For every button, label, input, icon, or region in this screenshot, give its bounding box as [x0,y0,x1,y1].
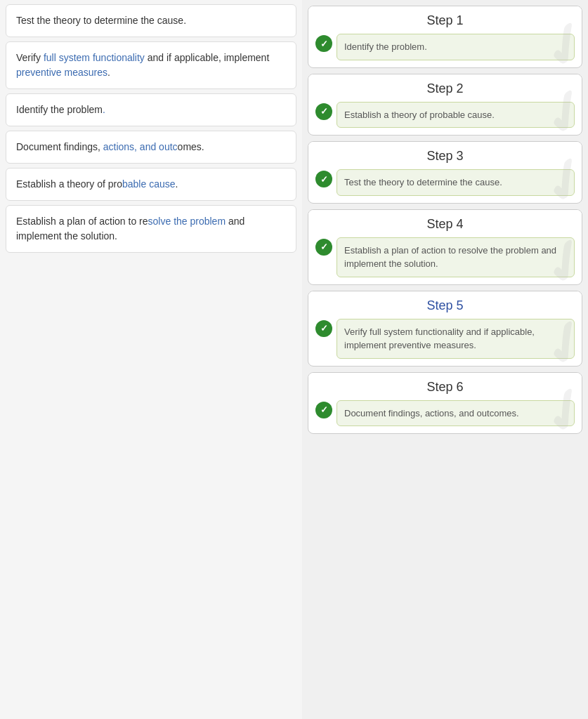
step-5-title: Step 5 [308,291,582,319]
step-4-body: Establish a plan of action to resolve th… [337,237,575,277]
step-4-content: Establish a plan of action to resolve th… [344,245,556,270]
step-6-check-row: ✓ Document findings, actions, and outcom… [315,400,575,427]
left-item-1[interactable]: Test the theory to determine the cause. [6,4,296,37]
left-item-5[interactable]: Establish a theory of probable cause. [6,168,296,201]
step-2-check-icon: ✓ [315,103,332,120]
step-3-content: Test the theory to determine the cause. [344,177,502,187]
left-panel: Test the theory to determine the cause. … [0,0,302,719]
right-panel: Step 1 ✓ Identify the problem. ✓ Step 2 … [302,0,588,719]
step-4-title: Step 4 [308,210,582,237]
left-item-2-text: Verify full system functionality and if … [16,52,269,78]
step-card-2: Step 2 ✓ Establish a theory of probable … [308,74,582,136]
step-1-check-icon: ✓ [315,35,332,52]
step-3-body: Test the theory to determine the cause. [337,169,575,196]
step-card-4: Step 4 ✓ Establish a plan of action to r… [308,209,582,285]
step-5-check-icon: ✓ [315,320,332,337]
left-item-3-text: Identify the problem. [16,104,105,115]
step-6-body: Document findings, actions, and outcomes… [337,400,575,427]
step-3-title: Step 3 [308,142,582,169]
step-card-6: Step 6 ✓ Document findings, actions, and… [308,372,582,435]
left-item-4[interactable]: Document findings, actions, and outcomes… [6,131,296,164]
step-6-check-icon: ✓ [315,402,332,418]
left-item-2[interactable]: Verify full system functionality and if … [6,41,296,89]
step-3-check-icon: ✓ [315,171,332,187]
step-6-title: Step 6 [308,373,582,400]
left-item-6[interactable]: Establish a plan of action to resolve th… [6,205,296,253]
left-item-3[interactable]: Identify the problem. [6,93,296,126]
step-1-title: Step 1 [308,6,582,34]
step-2-title: Step 2 [308,74,582,102]
step-card-5: Step 5 ✓ Verify full system functionalit… [308,291,582,367]
step-5-check-row: ✓ Verify full system functionality and i… [315,319,575,359]
step-card-3: Step 3 ✓ Test the theory to determine th… [308,141,582,204]
step-card-1: Step 1 ✓ Identify the problem. ✓ [308,6,582,68]
step-4-check-row: ✓ Establish a plan of action to resolve … [315,237,575,277]
step-1-check-row: ✓ Identify the problem. [315,34,575,60]
step-5-body: Verify full system functionality and if … [337,319,575,359]
step-4-check-icon: ✓ [315,239,332,256]
step-2-check-row: ✓ Establish a theory of probable cause. [315,102,575,128]
left-item-6-text: Establish a plan of action to resolve th… [16,216,244,242]
left-item-4-text: Document findings, actions, and outcomes… [16,141,204,152]
step-5-content: Verify full system functionality and if … [344,326,535,351]
step-3-check-row: ✓ Test the theory to determine the cause… [315,169,575,196]
step-1-content: Identify the problem. [344,41,427,52]
left-item-5-text: Establish a theory of probable cause. [16,178,178,190]
step-1-body: Identify the problem. [337,34,575,60]
left-item-1-text: Test the theory to determine the cause. [16,15,186,26]
step-2-content: Establish a theory of probable cause. [344,110,495,120]
step-6-content: Document findings, actions, and outcomes… [344,408,519,418]
step-2-body: Establish a theory of probable cause. [337,102,575,128]
